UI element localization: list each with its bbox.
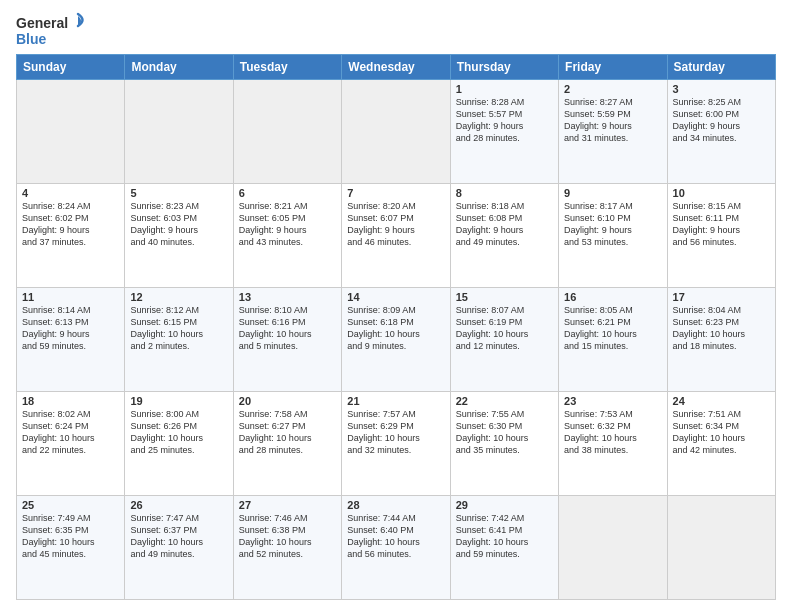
day-info: Sunrise: 8:24 AM Sunset: 6:02 PM Dayligh… bbox=[22, 200, 119, 249]
logo-svg: General Blue bbox=[16, 12, 86, 48]
weekday-header-wednesday: Wednesday bbox=[342, 55, 450, 80]
day-info: Sunrise: 8:15 AM Sunset: 6:11 PM Dayligh… bbox=[673, 200, 770, 249]
calendar-cell bbox=[342, 80, 450, 184]
day-info: Sunrise: 8:00 AM Sunset: 6:26 PM Dayligh… bbox=[130, 408, 227, 457]
weekday-header-sunday: Sunday bbox=[17, 55, 125, 80]
calendar-cell: 1Sunrise: 8:28 AM Sunset: 5:57 PM Daylig… bbox=[450, 80, 558, 184]
calendar-cell: 17Sunrise: 8:04 AM Sunset: 6:23 PM Dayli… bbox=[667, 288, 775, 392]
calendar-cell: 16Sunrise: 8:05 AM Sunset: 6:21 PM Dayli… bbox=[559, 288, 667, 392]
weekday-header-friday: Friday bbox=[559, 55, 667, 80]
day-number: 18 bbox=[22, 395, 119, 407]
day-number: 4 bbox=[22, 187, 119, 199]
day-number: 2 bbox=[564, 83, 661, 95]
calendar-cell: 3Sunrise: 8:25 AM Sunset: 6:00 PM Daylig… bbox=[667, 80, 775, 184]
day-number: 27 bbox=[239, 499, 336, 511]
day-info: Sunrise: 8:12 AM Sunset: 6:15 PM Dayligh… bbox=[130, 304, 227, 353]
weekday-header-row: SundayMondayTuesdayWednesdayThursdayFrid… bbox=[17, 55, 776, 80]
day-number: 16 bbox=[564, 291, 661, 303]
day-number: 25 bbox=[22, 499, 119, 511]
day-info: Sunrise: 8:20 AM Sunset: 6:07 PM Dayligh… bbox=[347, 200, 444, 249]
day-info: Sunrise: 8:02 AM Sunset: 6:24 PM Dayligh… bbox=[22, 408, 119, 457]
calendar-cell: 11Sunrise: 8:14 AM Sunset: 6:13 PM Dayli… bbox=[17, 288, 125, 392]
calendar-cell: 27Sunrise: 7:46 AM Sunset: 6:38 PM Dayli… bbox=[233, 496, 341, 600]
calendar-cell: 14Sunrise: 8:09 AM Sunset: 6:18 PM Dayli… bbox=[342, 288, 450, 392]
day-number: 13 bbox=[239, 291, 336, 303]
day-info: Sunrise: 7:57 AM Sunset: 6:29 PM Dayligh… bbox=[347, 408, 444, 457]
calendar-cell bbox=[559, 496, 667, 600]
day-info: Sunrise: 8:05 AM Sunset: 6:21 PM Dayligh… bbox=[564, 304, 661, 353]
calendar-week-5: 25Sunrise: 7:49 AM Sunset: 6:35 PM Dayli… bbox=[17, 496, 776, 600]
day-number: 15 bbox=[456, 291, 553, 303]
day-info: Sunrise: 7:46 AM Sunset: 6:38 PM Dayligh… bbox=[239, 512, 336, 561]
calendar-cell bbox=[17, 80, 125, 184]
weekday-header-tuesday: Tuesday bbox=[233, 55, 341, 80]
day-number: 1 bbox=[456, 83, 553, 95]
day-number: 19 bbox=[130, 395, 227, 407]
day-info: Sunrise: 7:47 AM Sunset: 6:37 PM Dayligh… bbox=[130, 512, 227, 561]
day-number: 5 bbox=[130, 187, 227, 199]
day-number: 8 bbox=[456, 187, 553, 199]
calendar-cell: 21Sunrise: 7:57 AM Sunset: 6:29 PM Dayli… bbox=[342, 392, 450, 496]
calendar-week-4: 18Sunrise: 8:02 AM Sunset: 6:24 PM Dayli… bbox=[17, 392, 776, 496]
calendar-cell: 23Sunrise: 7:53 AM Sunset: 6:32 PM Dayli… bbox=[559, 392, 667, 496]
day-number: 9 bbox=[564, 187, 661, 199]
calendar-week-2: 4Sunrise: 8:24 AM Sunset: 6:02 PM Daylig… bbox=[17, 184, 776, 288]
day-info: Sunrise: 7:44 AM Sunset: 6:40 PM Dayligh… bbox=[347, 512, 444, 561]
day-number: 29 bbox=[456, 499, 553, 511]
page: General Blue SundayMondayTuesdayWednesda… bbox=[0, 0, 792, 612]
day-number: 11 bbox=[22, 291, 119, 303]
day-info: Sunrise: 8:23 AM Sunset: 6:03 PM Dayligh… bbox=[130, 200, 227, 249]
day-number: 23 bbox=[564, 395, 661, 407]
weekday-header-thursday: Thursday bbox=[450, 55, 558, 80]
calendar-cell: 12Sunrise: 8:12 AM Sunset: 6:15 PM Dayli… bbox=[125, 288, 233, 392]
day-info: Sunrise: 8:17 AM Sunset: 6:10 PM Dayligh… bbox=[564, 200, 661, 249]
calendar-cell: 6Sunrise: 8:21 AM Sunset: 6:05 PM Daylig… bbox=[233, 184, 341, 288]
day-info: Sunrise: 8:09 AM Sunset: 6:18 PM Dayligh… bbox=[347, 304, 444, 353]
calendar-cell: 19Sunrise: 8:00 AM Sunset: 6:26 PM Dayli… bbox=[125, 392, 233, 496]
day-info: Sunrise: 8:07 AM Sunset: 6:19 PM Dayligh… bbox=[456, 304, 553, 353]
calendar-cell: 28Sunrise: 7:44 AM Sunset: 6:40 PM Dayli… bbox=[342, 496, 450, 600]
day-number: 6 bbox=[239, 187, 336, 199]
calendar-cell bbox=[233, 80, 341, 184]
calendar-cell: 10Sunrise: 8:15 AM Sunset: 6:11 PM Dayli… bbox=[667, 184, 775, 288]
calendar-cell: 4Sunrise: 8:24 AM Sunset: 6:02 PM Daylig… bbox=[17, 184, 125, 288]
calendar-cell: 22Sunrise: 7:55 AM Sunset: 6:30 PM Dayli… bbox=[450, 392, 558, 496]
calendar-cell: 8Sunrise: 8:18 AM Sunset: 6:08 PM Daylig… bbox=[450, 184, 558, 288]
day-info: Sunrise: 8:27 AM Sunset: 5:59 PM Dayligh… bbox=[564, 96, 661, 145]
day-info: Sunrise: 8:14 AM Sunset: 6:13 PM Dayligh… bbox=[22, 304, 119, 353]
calendar-cell: 15Sunrise: 8:07 AM Sunset: 6:19 PM Dayli… bbox=[450, 288, 558, 392]
day-info: Sunrise: 7:55 AM Sunset: 6:30 PM Dayligh… bbox=[456, 408, 553, 457]
day-info: Sunrise: 8:21 AM Sunset: 6:05 PM Dayligh… bbox=[239, 200, 336, 249]
calendar-cell: 18Sunrise: 8:02 AM Sunset: 6:24 PM Dayli… bbox=[17, 392, 125, 496]
day-info: Sunrise: 7:53 AM Sunset: 6:32 PM Dayligh… bbox=[564, 408, 661, 457]
day-info: Sunrise: 8:28 AM Sunset: 5:57 PM Dayligh… bbox=[456, 96, 553, 145]
day-info: Sunrise: 8:18 AM Sunset: 6:08 PM Dayligh… bbox=[456, 200, 553, 249]
calendar-week-1: 1Sunrise: 8:28 AM Sunset: 5:57 PM Daylig… bbox=[17, 80, 776, 184]
day-number: 12 bbox=[130, 291, 227, 303]
day-info: Sunrise: 7:42 AM Sunset: 6:41 PM Dayligh… bbox=[456, 512, 553, 561]
day-number: 3 bbox=[673, 83, 770, 95]
calendar-cell: 5Sunrise: 8:23 AM Sunset: 6:03 PM Daylig… bbox=[125, 184, 233, 288]
svg-text:Blue: Blue bbox=[16, 31, 47, 47]
header: General Blue bbox=[16, 12, 776, 48]
day-number: 14 bbox=[347, 291, 444, 303]
calendar-cell: 13Sunrise: 8:10 AM Sunset: 6:16 PM Dayli… bbox=[233, 288, 341, 392]
calendar-table: SundayMondayTuesdayWednesdayThursdayFrid… bbox=[16, 54, 776, 600]
calendar-cell bbox=[667, 496, 775, 600]
calendar-cell: 7Sunrise: 8:20 AM Sunset: 6:07 PM Daylig… bbox=[342, 184, 450, 288]
calendar-cell: 9Sunrise: 8:17 AM Sunset: 6:10 PM Daylig… bbox=[559, 184, 667, 288]
day-info: Sunrise: 7:49 AM Sunset: 6:35 PM Dayligh… bbox=[22, 512, 119, 561]
day-number: 24 bbox=[673, 395, 770, 407]
calendar-cell: 20Sunrise: 7:58 AM Sunset: 6:27 PM Dayli… bbox=[233, 392, 341, 496]
day-number: 22 bbox=[456, 395, 553, 407]
calendar-cell bbox=[125, 80, 233, 184]
day-number: 21 bbox=[347, 395, 444, 407]
calendar-cell: 29Sunrise: 7:42 AM Sunset: 6:41 PM Dayli… bbox=[450, 496, 558, 600]
calendar-cell: 24Sunrise: 7:51 AM Sunset: 6:34 PM Dayli… bbox=[667, 392, 775, 496]
day-info: Sunrise: 8:10 AM Sunset: 6:16 PM Dayligh… bbox=[239, 304, 336, 353]
svg-text:General: General bbox=[16, 15, 68, 31]
day-number: 10 bbox=[673, 187, 770, 199]
day-number: 17 bbox=[673, 291, 770, 303]
day-info: Sunrise: 7:58 AM Sunset: 6:27 PM Dayligh… bbox=[239, 408, 336, 457]
day-number: 28 bbox=[347, 499, 444, 511]
